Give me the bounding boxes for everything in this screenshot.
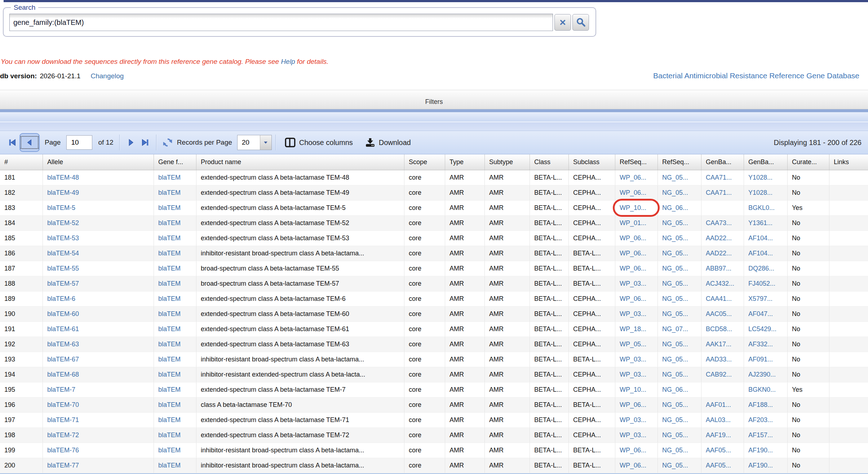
link-genbank_p[interactable]: AAC05...	[706, 310, 732, 317]
column-header[interactable]: Subtype	[485, 154, 530, 170]
link-genbank_n[interactable]: Y1028...	[748, 189, 772, 196]
column-header[interactable]: RefSeq...	[615, 154, 658, 170]
link-genbank_n[interactable]: LC5429...	[748, 325, 776, 333]
link-genbank_p[interactable]: BCD58...	[706, 325, 732, 333]
link-refseq_p[interactable]: WP_10...	[620, 386, 646, 393]
link-gene_family[interactable]: blaTEM	[158, 431, 181, 439]
link-refseq_n[interactable]: NG_05...	[662, 295, 688, 302]
link-gene_family[interactable]: blaTEM	[158, 356, 181, 363]
link-refseq_n[interactable]: NG_05...	[662, 447, 688, 454]
link-gene_family[interactable]: blaTEM	[158, 250, 181, 257]
link-refseq_n[interactable]: NG_05...	[662, 416, 688, 423]
column-header[interactable]: Type	[445, 154, 485, 170]
link-refseq_p[interactable]: WP_03...	[620, 371, 646, 378]
changelog-link[interactable]: Changelog	[90, 72, 124, 80]
link-refseq_p[interactable]: WP_03...	[620, 280, 646, 287]
link-refseq_n[interactable]: NG_05...	[662, 356, 688, 363]
link-genbank_p[interactable]: ABB97...	[706, 265, 731, 272]
link-genbank_p[interactable]: AAD22...	[706, 234, 732, 242]
link-genbank_p[interactable]: ACJ432...	[706, 280, 734, 287]
column-header[interactable]: Scope	[404, 154, 445, 170]
link-allele[interactable]: blaTEM-68	[47, 371, 79, 378]
link-genbank_n[interactable]: Y1361...	[748, 219, 772, 227]
link-genbank_p[interactable]: AAF01...	[706, 401, 731, 408]
link-refseq_p[interactable]: WP_06...	[620, 189, 646, 196]
link-refseq_n[interactable]: NG_07...	[662, 325, 688, 333]
link-refseq_n[interactable]: NG_05...	[662, 341, 688, 348]
link-gene_family[interactable]: blaTEM	[158, 447, 181, 454]
link-genbank_n[interactable]: AF190...	[748, 447, 773, 454]
link-gene_family[interactable]: blaTEM	[158, 204, 181, 211]
link-allele[interactable]: blaTEM-71	[47, 416, 79, 423]
link-refseq_n[interactable]: NG_05...	[662, 310, 688, 317]
last-page-button[interactable]	[138, 135, 152, 150]
link-gene_family[interactable]: blaTEM	[158, 386, 181, 393]
select-arrow-button[interactable]	[260, 135, 271, 150]
search-input[interactable]	[9, 14, 553, 31]
column-header[interactable]: GenBa...	[744, 154, 788, 170]
link-gene_family[interactable]: blaTEM	[158, 189, 181, 196]
link-gene_family[interactable]: blaTEM	[158, 341, 181, 348]
link-genbank_n[interactable]: AF332...	[748, 341, 773, 348]
link-allele[interactable]: blaTEM-55	[47, 265, 79, 272]
link-genbank_p[interactable]: AAD33...	[706, 356, 732, 363]
next-page-button[interactable]	[124, 135, 138, 150]
link-genbank_n[interactable]: AF203...	[748, 416, 773, 423]
link-allele[interactable]: blaTEM-49	[47, 189, 79, 196]
column-header[interactable]: #	[0, 154, 43, 170]
link-refseq_p[interactable]: WP_03...	[620, 416, 646, 423]
link-refseq_n[interactable]: NG_05...	[662, 189, 688, 196]
link-refseq_n[interactable]: NG_06...	[662, 204, 688, 211]
link-genbank_n[interactable]: AJ2390...	[748, 371, 776, 378]
link-refseq_p[interactable]: WP_01...	[620, 219, 646, 227]
link-refseq_p[interactable]: WP_06...	[620, 295, 646, 302]
link-gene_family[interactable]: blaTEM	[158, 462, 181, 469]
column-header[interactable]: Product name	[196, 154, 404, 170]
link-genbank_n[interactable]: BGKN0...	[748, 386, 776, 393]
link-refseq_n[interactable]: NG_05...	[662, 234, 688, 242]
link-genbank_n[interactable]: AF188...	[748, 401, 773, 408]
link-genbank_p[interactable]: CAA41...	[706, 295, 732, 302]
help-link[interactable]: Help	[281, 58, 295, 65]
link-allele[interactable]: blaTEM-70	[47, 401, 79, 408]
link-genbank_n[interactable]: DQ286...	[748, 265, 774, 272]
link-allele[interactable]: blaTEM-63	[47, 341, 79, 348]
link-refseq_n[interactable]: NG_05...	[662, 371, 688, 378]
clear-search-button[interactable]: ×	[554, 14, 571, 31]
link-gene_family[interactable]: blaTEM	[158, 280, 181, 287]
link-genbank_p[interactable]: AAF05...	[706, 447, 731, 454]
link-genbank_n[interactable]: AF091...	[748, 356, 773, 363]
choose-columns-button[interactable]: Choose columns	[285, 137, 353, 148]
link-refseq_p[interactable]: WP_03...	[620, 310, 646, 317]
link-refseq_p[interactable]: WP_18...	[620, 325, 646, 333]
link-refseq_n[interactable]: NG_05...	[662, 265, 688, 272]
link-allele[interactable]: blaTEM-57	[47, 280, 79, 287]
link-genbank_n[interactable]: AF104...	[748, 250, 773, 257]
link-genbank_p[interactable]: CAA71...	[706, 174, 732, 181]
link-genbank_p[interactable]: AAL03...	[706, 416, 731, 423]
link-refseq_p[interactable]: WP_06...	[620, 174, 646, 181]
link-gene_family[interactable]: blaTEM	[158, 234, 181, 242]
link-allele[interactable]: blaTEM-7	[47, 386, 75, 393]
page-number-input[interactable]	[66, 135, 92, 150]
column-header[interactable]: Class	[530, 154, 569, 170]
search-button[interactable]	[572, 14, 589, 31]
column-header[interactable]: Allele	[43, 154, 154, 170]
link-gene_family[interactable]: blaTEM	[158, 265, 181, 272]
link-allele[interactable]: blaTEM-67	[47, 356, 79, 363]
link-genbank_n[interactable]: AF104...	[748, 234, 773, 242]
link-refseq_p[interactable]: WP_06...	[620, 401, 646, 408]
link-genbank_n[interactable]: BGKL0...	[748, 204, 775, 211]
download-button[interactable]: Download	[365, 137, 411, 148]
link-refseq_n[interactable]: NG_05...	[662, 280, 688, 287]
link-refseq_p[interactable]: WP_06...	[620, 265, 646, 272]
link-allele[interactable]: blaTEM-53	[47, 234, 79, 242]
link-genbank_p[interactable]: CAA71...	[706, 189, 732, 196]
link-genbank_p[interactable]: AAF19...	[706, 431, 731, 439]
link-gene_family[interactable]: blaTEM	[158, 416, 181, 423]
column-header[interactable]: Subclass	[569, 154, 615, 170]
link-gene_family[interactable]: blaTEM	[158, 219, 181, 227]
link-refseq_n[interactable]: NG_05...	[662, 174, 688, 181]
link-genbank_n[interactable]: AF190...	[748, 462, 773, 469]
link-allele[interactable]: blaTEM-54	[47, 250, 79, 257]
